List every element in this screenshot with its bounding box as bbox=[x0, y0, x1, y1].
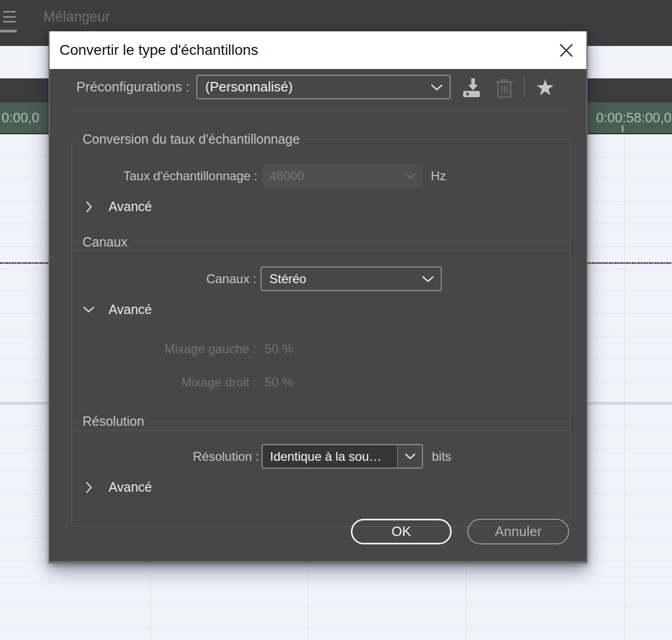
star-icon: ★ bbox=[535, 76, 555, 99]
ok-button[interactable]: OK bbox=[351, 519, 452, 544]
chevron-down-icon bbox=[405, 173, 416, 179]
grid-vline bbox=[624, 134, 625, 640]
bit-depth-label: Résolution : bbox=[82, 444, 259, 469]
section-bit-depth: Résolution Résolution : Identique à la s… bbox=[72, 414, 570, 527]
chevron-down-icon bbox=[405, 453, 416, 460]
timeline-start-time: 0:00,0 bbox=[2, 110, 39, 126]
trash-icon bbox=[494, 77, 514, 99]
sample-rate-unit: Hz bbox=[431, 164, 446, 188]
preset-label: Préconfigurations : bbox=[50, 75, 190, 99]
favorite-button[interactable]: ★ bbox=[532, 76, 559, 99]
sample-rate-value: 48000 bbox=[269, 169, 304, 183]
chevron-down-icon bbox=[82, 306, 95, 313]
convert-sample-type-dialog: Convertir le type d'échantillons Préconf… bbox=[49, 31, 587, 563]
separator-line bbox=[72, 110, 570, 110]
chevron-down-icon bbox=[422, 275, 434, 283]
channels-advanced-toggle[interactable]: Avancé bbox=[82, 302, 152, 317]
cancel-button-label: Annuler bbox=[495, 523, 542, 540]
channels-label: Canaux : bbox=[82, 266, 256, 291]
toolbar-divider bbox=[524, 76, 525, 98]
close-button[interactable] bbox=[557, 41, 575, 59]
preset-dropdown[interactable]: (Personnalisé) bbox=[196, 75, 451, 99]
section-channels: Canaux Canaux : Stéréo Avancé Mixage gau… bbox=[72, 235, 570, 431]
ok-button-label: OK bbox=[392, 523, 411, 540]
chevron-right-icon bbox=[82, 201, 95, 213]
panel-menu-icon[interactable] bbox=[3, 11, 16, 22]
section-sample-rate-legend: Conversion du taux d'échantillonnage bbox=[78, 132, 304, 147]
dialog-title-bar: Convertir le type d'échantillons bbox=[50, 31, 586, 69]
mix-left-value: 50 % bbox=[265, 342, 293, 356]
advanced-label: Avancé bbox=[109, 199, 152, 214]
timeline-end-time: 0:00:58:00,0 bbox=[596, 110, 671, 126]
sample-rate-advanced-toggle[interactable]: Avancé bbox=[82, 199, 152, 214]
section-sample-rate: Conversion du taux d'échantillonnage Tau… bbox=[72, 132, 570, 251]
section-bit-depth-legend: Résolution bbox=[78, 414, 149, 429]
save-icon bbox=[462, 77, 484, 98]
sample-rate-label: Taux d'échantillonnage : bbox=[82, 164, 257, 188]
bit-depth-value: Identique à la sou… bbox=[270, 449, 381, 464]
chevron-down-icon bbox=[431, 84, 443, 91]
mix-right-label: Mixage droit : bbox=[82, 375, 256, 390]
timeline-tick bbox=[622, 125, 623, 132]
bit-depth-advanced-toggle[interactable]: Avancé bbox=[82, 480, 152, 495]
active-panel-indicator bbox=[0, 30, 17, 32]
cancel-button[interactable]: Annuler bbox=[467, 519, 569, 544]
advanced-label: Avancé bbox=[109, 480, 152, 495]
preset-value: (Personnalisé) bbox=[205, 79, 293, 95]
tab-mixer[interactable]: Mélangeur bbox=[43, 9, 110, 25]
mix-left-label: Mixage gauche : bbox=[82, 342, 256, 356]
channels-dropdown[interactable]: Stéréo bbox=[261, 266, 442, 291]
section-channels-legend: Canaux bbox=[78, 235, 132, 250]
bit-depth-unit: bits bbox=[432, 444, 451, 469]
advanced-label: Avancé bbox=[109, 302, 152, 317]
sample-rate-dropdown: 48000 bbox=[262, 164, 422, 188]
bit-depth-dropdown-button[interactable] bbox=[398, 444, 423, 469]
bit-depth-input[interactable]: Identique à la sou… bbox=[262, 444, 398, 469]
close-icon bbox=[559, 43, 573, 57]
channels-value: Stéréo bbox=[269, 272, 306, 286]
mix-right-value: 50 % bbox=[265, 375, 293, 390]
dialog-title: Convertir le type d'échantillons bbox=[60, 31, 258, 69]
app-screen: Mélangeur 0:00,0 0:00:58:00,0 Convertir bbox=[0, 0, 672, 640]
chevron-right-icon bbox=[82, 482, 95, 493]
delete-preset-button bbox=[493, 76, 516, 99]
save-preset-button[interactable] bbox=[462, 76, 485, 99]
